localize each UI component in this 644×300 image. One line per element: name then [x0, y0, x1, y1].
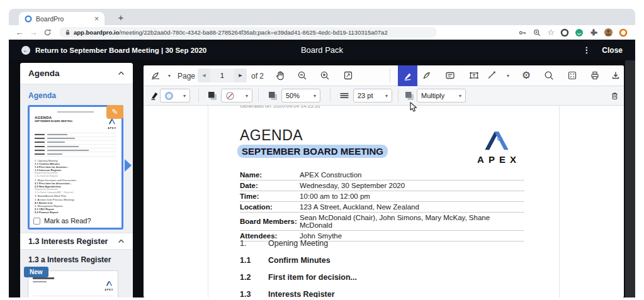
lock-icon	[65, 29, 71, 36]
profile-avatar[interactable]	[604, 28, 613, 37]
sidebar-item-agenda[interactable]: Agenda	[28, 91, 125, 100]
highlighter-tool-active[interactable]	[398, 65, 417, 86]
settings-gear-icon[interactable]: ⚙	[518, 67, 534, 84]
document-title: AGENDA	[240, 127, 303, 144]
tab-title: BoardPro	[36, 15, 91, 23]
interests-register-thumbnail[interactable]: New APEX	[28, 270, 118, 297]
chevron-up-icon[interactable]	[118, 71, 125, 75]
meeting-detail-row: Date: Wednesday, 30 September 2020	[240, 181, 524, 191]
color-swatch-circle-icon	[164, 91, 174, 101]
meeting-detail-value: 10:00 am to 12:00 pm	[300, 192, 370, 200]
thumb-details-table	[35, 133, 116, 157]
document-subtitle-highlighted: SEPTEMBER BOARD MEETING	[237, 145, 388, 158]
generated-timestamp: Generated on: 2020-09-24 14:25:51	[240, 106, 320, 109]
meeting-details-table: Name: APEX Construction Date: Wednesday,…	[240, 170, 524, 242]
download-tool[interactable]	[607, 67, 624, 84]
note-tool[interactable]	[442, 67, 458, 84]
tab-close-icon[interactable]: ×	[94, 15, 99, 23]
extension-dark-icon[interactable]	[560, 28, 569, 37]
new-tab-button[interactable]: +	[115, 11, 127, 23]
page-number-input[interactable]: 1	[210, 69, 234, 82]
meeting-detail-label: Time:	[240, 192, 300, 200]
right-panel-strip	[625, 60, 635, 297]
stroke-color-dropdown[interactable]: ▾	[160, 89, 190, 103]
browser-action-icons: ☆	[518, 28, 635, 37]
agenda-items-list: 1. Opening Meeting 1.1 Confirm Minutes 1…	[240, 239, 524, 297]
toolbar-separator	[330, 89, 330, 103]
opacity-value: 50%	[286, 92, 300, 99]
line-tool-dropdown-caret[interactable]: ▾	[500, 67, 516, 84]
thumb2-header: APEX	[33, 277, 113, 291]
previous-page-button[interactable]: ◀	[198, 69, 210, 82]
pen-draw-tool[interactable]	[419, 67, 435, 84]
sidebar-section-agenda[interactable]: Agenda	[20, 63, 133, 84]
zoom-in-tool[interactable]	[317, 67, 333, 84]
boardpro-favicon-icon	[25, 15, 32, 23]
agenda-item-text: Confirm Minutes	[268, 256, 330, 265]
print-tool[interactable]	[587, 67, 603, 84]
expand-view-tool[interactable]	[564, 67, 580, 84]
agenda-item-text: Opening Meeting	[268, 239, 328, 248]
annotation-pencil-badge: ✎	[106, 105, 123, 119]
zoom-out-tool[interactable]	[294, 67, 310, 84]
sidebar-item-interests-register[interactable]: 1.3 a Interests Register	[28, 255, 111, 264]
apex-logo: APEX	[468, 130, 526, 165]
fill-color-swatch-icon[interactable]	[204, 87, 220, 104]
back-icon[interactable]: ←	[13, 28, 26, 37]
meeting-detail-row: Name: APEX Construction	[240, 170, 524, 181]
zoom-page-icon[interactable]	[533, 28, 541, 37]
pen-tool-dropdown-caret[interactable]: ▾	[161, 67, 178, 84]
browser-menu-icon[interactable]	[619, 28, 628, 37]
browser-toolbar: ← → app.boardpro.io/meeting/22b2aa0d-780…	[9, 25, 635, 40]
thumb2-table	[33, 296, 113, 297]
search-tool[interactable]	[541, 67, 557, 84]
mouse-cursor	[409, 102, 418, 113]
refresh-icon[interactable]	[40, 28, 54, 36]
line-tool[interactable]	[483, 67, 500, 84]
mark-as-read-control[interactable]: Mark as Read?	[33, 217, 91, 225]
blend-mode-dropdown[interactable]: Multiply ▾	[417, 89, 466, 103]
viewer-toolbar-main: ▾ Page ◀ 1 ▶ of 2	[144, 65, 624, 86]
agenda-document-thumbnail[interactable]: AGENDA SEPTEMBER BOARD MEETING APEX	[28, 105, 123, 230]
font-size-dropdown[interactable]: 23 pt ▾	[353, 89, 392, 103]
fit-page-tool[interactable]	[340, 67, 356, 84]
text-box-tool[interactable]	[466, 67, 482, 84]
pan-hand-tool[interactable]	[272, 67, 288, 84]
sidebar-section-interests-register[interactable]: 1.3 Interests Register	[20, 233, 133, 250]
extension-green-icon[interactable]	[575, 28, 584, 37]
forward-icon[interactable]: →	[26, 28, 40, 37]
meeting-detail-label: Name:	[240, 171, 300, 179]
opacity-dropdown[interactable]: 50% ▾	[281, 89, 320, 103]
agenda-item: 1.1 Confirm Minutes	[240, 256, 524, 265]
thumb2-logo-text: APEX	[105, 289, 113, 291]
current-document-arrow-icon	[125, 159, 132, 172]
chevron-up-icon[interactable]	[118, 239, 125, 243]
mark-as-read-checkbox[interactable]	[33, 218, 40, 225]
extensions-puzzle-icon[interactable]	[589, 28, 598, 37]
bookmark-star-icon[interactable]: ☆	[547, 28, 555, 37]
meeting-detail-label: Date:	[240, 182, 300, 189]
url-bar[interactable]: app.boardpro.io/meeting/22b2aa0d-780c-43…	[59, 27, 437, 38]
key-icon[interactable]	[518, 28, 527, 37]
fill-none-dropdown[interactable]: ▾	[221, 89, 252, 103]
opacity-swatch-icon[interactable]	[264, 87, 281, 104]
document-canvas[interactable]: Generated on: 2020-09-24 14:25:51 AGENDA…	[144, 106, 624, 297]
agenda-item-text: First item for decision...	[268, 273, 357, 282]
delete-annotation-trash-icon[interactable]	[606, 87, 623, 104]
page-label: Page	[178, 65, 195, 86]
toolbar-separator	[198, 89, 199, 103]
meeting-detail-label: Location:	[240, 203, 300, 211]
agenda-item-number: 1.2	[240, 273, 268, 282]
page-navigation: ◀ 1 ▶	[198, 69, 247, 82]
browser-tab[interactable]: BoardPro ×	[19, 12, 105, 25]
thumb2-apex-logo: APEX	[105, 277, 113, 291]
next-page-button[interactable]: ▶	[234, 69, 247, 82]
agenda-item-text: Interests Register	[268, 290, 335, 297]
line-thickness-icon[interactable]	[336, 87, 353, 104]
mark-as-read-label: Mark as Read?	[44, 217, 91, 225]
thumb-agenda-items: 1. Opening Meeting1.1 Confirm Minutes1.2…	[35, 159, 116, 214]
new-badge: New	[24, 267, 48, 277]
pdf-viewer: ▾ Page ◀ 1 ▶ of 2	[144, 65, 624, 297]
meeting-detail-value: Sean McDonald (Chair), John Simons, Mary…	[300, 214, 524, 229]
apex-logo-text: APEX	[468, 154, 526, 165]
